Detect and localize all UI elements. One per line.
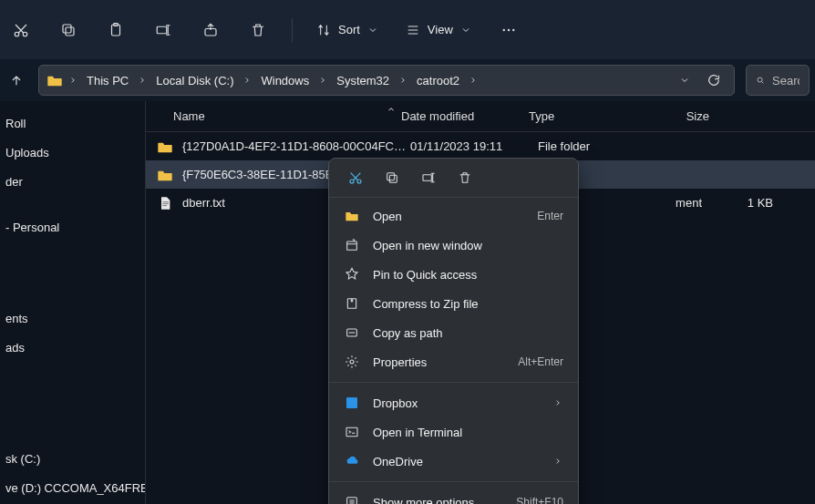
column-date[interactable]: Date modified bbox=[401, 109, 529, 123]
refresh-button[interactable] bbox=[701, 67, 727, 93]
column-size[interactable]: Size bbox=[638, 109, 709, 123]
column-header: Name Date modified Type Size bbox=[146, 101, 815, 132]
context-show-more-options[interactable]: Show more options Shift+F10 bbox=[329, 488, 578, 504]
file-name: {127D0A1D-4EF2-11D1-8608-00C04FC295… bbox=[182, 139, 410, 153]
new-window-icon bbox=[344, 237, 360, 253]
svg-point-10 bbox=[512, 28, 514, 30]
sidebar-item[interactable]: ads bbox=[0, 333, 145, 362]
context-open[interactable]: Open Enter bbox=[329, 201, 578, 231]
sidebar-item[interactable]: sk (C:) bbox=[0, 444, 145, 473]
column-type[interactable]: Type bbox=[529, 109, 638, 123]
delete-button[interactable] bbox=[242, 15, 273, 46]
svg-rect-16 bbox=[423, 175, 431, 181]
chevron-right-icon bbox=[552, 457, 563, 466]
view-icon bbox=[406, 23, 420, 37]
svg-rect-14 bbox=[389, 175, 397, 182]
more-options-icon bbox=[344, 494, 360, 504]
column-name[interactable]: Name bbox=[173, 109, 401, 123]
svg-rect-2 bbox=[66, 27, 74, 36]
sort-label: Sort bbox=[338, 23, 360, 36]
svg-rect-15 bbox=[387, 173, 395, 180]
zip-icon bbox=[344, 295, 360, 312]
svg-rect-6 bbox=[157, 26, 167, 34]
pin-icon bbox=[344, 266, 360, 283]
content-area: Name Date modified Type Size {127D0A1D-4… bbox=[146, 101, 815, 504]
breadcrumb-item[interactable]: This PC bbox=[83, 74, 132, 87]
chevron-right-icon bbox=[552, 398, 563, 407]
context-menu: Open Enter Open in new window Pin to Qui… bbox=[328, 158, 579, 504]
chevron-down-icon bbox=[367, 25, 378, 36]
history-dropdown-button[interactable] bbox=[672, 67, 697, 93]
breadcrumb-item[interactable]: catroot2 bbox=[413, 74, 463, 87]
dropbox-icon bbox=[344, 395, 360, 411]
up-button[interactable] bbox=[5, 69, 27, 91]
file-size: 1 KB bbox=[702, 196, 773, 210]
onedrive-icon bbox=[344, 453, 360, 469]
context-open-new-window[interactable]: Open in new window bbox=[329, 231, 578, 260]
chevron-right-icon bbox=[397, 74, 409, 87]
sidebar-item[interactable] bbox=[0, 258, 145, 287]
search-box[interactable] bbox=[746, 65, 810, 96]
terminal-icon bbox=[344, 424, 360, 440]
breadcrumb-item[interactable]: Windows bbox=[257, 74, 313, 87]
address-bar[interactable]: This PC Local Disk (C:) Windows System32… bbox=[38, 65, 735, 96]
chevron-down-icon bbox=[460, 25, 471, 36]
context-copy-as-path[interactable]: Copy as path bbox=[329, 318, 578, 347]
svg-point-11 bbox=[758, 77, 762, 82]
sidebar-item[interactable]: - Personal bbox=[0, 212, 145, 242]
context-menu-divider bbox=[329, 382, 578, 383]
chevron-right-icon bbox=[467, 74, 480, 87]
chevron-right-icon bbox=[241, 74, 253, 87]
file-type: File folder bbox=[538, 139, 647, 153]
view-dropdown[interactable]: View bbox=[400, 15, 477, 46]
context-dropbox[interactable]: Dropbox bbox=[329, 388, 578, 417]
chevron-right-icon bbox=[316, 74, 329, 87]
chevron-right-icon bbox=[67, 74, 79, 87]
breadcrumb-item[interactable]: System32 bbox=[333, 74, 393, 87]
sort-indicator-icon bbox=[387, 105, 396, 114]
svg-rect-3 bbox=[63, 25, 71, 33]
rename-button[interactable] bbox=[415, 166, 442, 190]
more-button[interactable] bbox=[493, 15, 524, 46]
view-label: View bbox=[428, 23, 453, 36]
sort-icon bbox=[316, 23, 331, 37]
svg-point-8 bbox=[502, 28, 504, 30]
sidebar-item[interactable]: ents bbox=[0, 303, 145, 333]
cut-button[interactable] bbox=[342, 166, 369, 190]
table-row[interactable]: {127D0A1D-4EF2-11D1-8608-00C04FC295… 01/… bbox=[146, 132, 815, 160]
svg-point-13 bbox=[357, 180, 361, 183]
share-button[interactable] bbox=[195, 15, 226, 46]
folder-open-icon bbox=[344, 208, 360, 224]
cut-button[interactable] bbox=[5, 15, 36, 46]
paste-button[interactable] bbox=[100, 15, 131, 46]
context-menu-divider bbox=[329, 481, 578, 482]
folder-icon bbox=[157, 167, 173, 183]
svg-point-12 bbox=[350, 180, 354, 183]
context-onedrive[interactable]: OneDrive bbox=[329, 447, 578, 476]
file-date: 01/11/2023 19:11 bbox=[410, 139, 538, 153]
sidebar-item[interactable]: Uploads bbox=[0, 138, 145, 167]
context-properties[interactable]: Properties Alt+Enter bbox=[329, 347, 578, 376]
sidebar-item[interactable]: Roll bbox=[0, 108, 145, 138]
text-file-icon bbox=[157, 195, 173, 211]
context-pin-quick-access[interactable]: Pin to Quick access bbox=[329, 260, 578, 289]
breadcrumb-item[interactable]: Local Disk (C:) bbox=[152, 74, 237, 87]
search-input[interactable] bbox=[772, 74, 800, 87]
svg-point-9 bbox=[508, 28, 510, 30]
sidebar-item[interactable] bbox=[0, 378, 145, 407]
delete-button[interactable] bbox=[451, 166, 479, 190]
context-open-terminal[interactable]: Open in Terminal bbox=[329, 417, 578, 447]
sidebar: Roll Uploads der - Personal ents ads sk … bbox=[0, 101, 146, 504]
copy-button[interactable] bbox=[378, 166, 406, 190]
sidebar-item[interactable]: ve (D:) CCCOMA_X64FRE_E bbox=[0, 473, 145, 502]
svg-point-20 bbox=[350, 360, 354, 364]
context-compress-zip[interactable]: Compress to Zip file bbox=[329, 289, 578, 318]
search-icon bbox=[756, 73, 765, 87]
copy-button[interactable] bbox=[53, 15, 84, 46]
folder-icon bbox=[157, 139, 173, 155]
main-area: Roll Uploads der - Personal ents ads sk … bbox=[0, 101, 815, 504]
svg-rect-17 bbox=[347, 242, 357, 250]
sort-dropdown[interactable]: Sort bbox=[311, 15, 384, 46]
rename-button[interactable] bbox=[148, 15, 179, 46]
sidebar-item[interactable]: der bbox=[0, 167, 145, 196]
